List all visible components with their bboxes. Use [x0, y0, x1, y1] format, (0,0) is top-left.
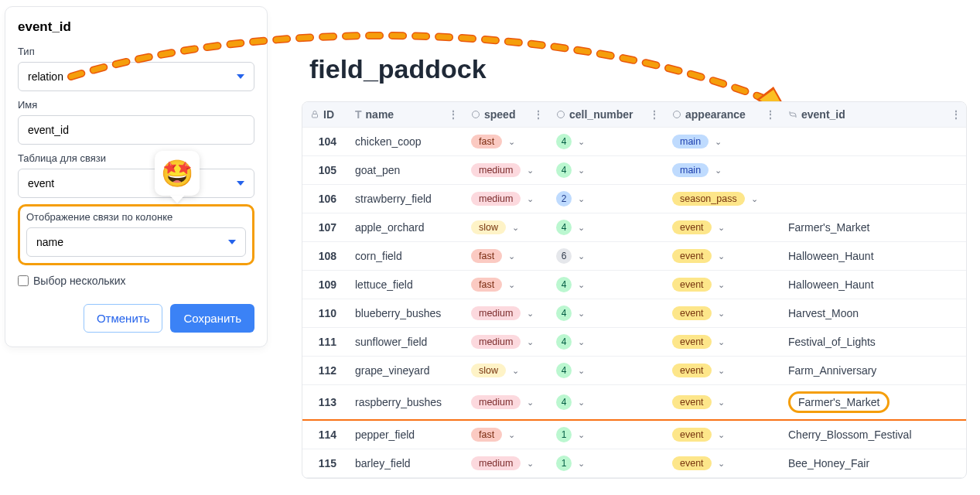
type-select[interactable]: relation: [18, 62, 254, 91]
appearance-cell[interactable]: event⌄: [664, 357, 780, 385]
chevron-down-icon[interactable]: ⌄: [718, 309, 725, 319]
chevron-down-icon[interactable]: ⌄: [527, 459, 534, 469]
name-cell[interactable]: pepper_field: [347, 420, 463, 449]
event-id-cell[interactable]: Halloween_Haunt: [780, 271, 966, 299]
col-menu-icon[interactable]: ⋮: [533, 108, 544, 121]
event-id-cell[interactable]: [780, 128, 966, 156]
name-cell[interactable]: strawberry_field: [347, 185, 463, 213]
appearance-cell[interactable]: event⌄: [664, 449, 780, 478]
chevron-down-icon[interactable]: ⌄: [578, 309, 585, 319]
cell-number-cell[interactable]: 4⌄: [548, 299, 664, 328]
chevron-down-icon[interactable]: ⌄: [751, 194, 758, 204]
cell-number-cell[interactable]: 4⌄: [548, 156, 664, 185]
multi-select-checkbox[interactable]: [18, 275, 29, 286]
speed-cell[interactable]: medium⌄: [463, 385, 548, 421]
col-header-event-id[interactable]: event_id ⋮: [780, 102, 966, 128]
chevron-down-icon[interactable]: ⌄: [578, 166, 585, 176]
chevron-down-icon[interactable]: ⌄: [718, 280, 725, 290]
chevron-down-icon[interactable]: ⌄: [715, 137, 722, 147]
speed-cell[interactable]: fast⌄: [463, 420, 548, 449]
cell-number-cell[interactable]: 1⌄: [548, 449, 664, 478]
chevron-down-icon[interactable]: ⌄: [578, 280, 585, 290]
chevron-down-icon[interactable]: ⌄: [578, 366, 585, 376]
cancel-button[interactable]: Отменить: [84, 304, 163, 333]
event-id-cell[interactable]: Cherry_Blossom_Festival: [780, 420, 966, 449]
name-cell[interactable]: apple_orchard: [347, 213, 463, 242]
speed-cell[interactable]: fast⌄: [463, 271, 548, 299]
cell-number-cell[interactable]: 4⌄: [548, 213, 664, 242]
appearance-cell[interactable]: event⌄: [664, 213, 780, 242]
table-row[interactable]: 114pepper_fieldfast⌄1⌄event⌄Cherry_Bloss…: [302, 420, 966, 449]
chevron-down-icon[interactable]: ⌄: [578, 337, 585, 347]
cell-number-cell[interactable]: 1⌄: [548, 420, 664, 449]
chevron-down-icon[interactable]: ⌄: [512, 366, 519, 376]
chevron-down-icon[interactable]: ⌄: [508, 280, 515, 290]
chevron-down-icon[interactable]: ⌄: [718, 251, 725, 261]
table-row[interactable]: 113raspberry_bushesmedium⌄4⌄event⌄Farmer…: [302, 385, 966, 421]
chevron-down-icon[interactable]: ⌄: [578, 223, 585, 233]
event-id-cell[interactable]: Festival_of_Lights: [780, 328, 966, 357]
name-cell[interactable]: corn_field: [347, 242, 463, 271]
chevron-down-icon[interactable]: ⌄: [508, 430, 515, 440]
chevron-down-icon[interactable]: ⌄: [578, 137, 585, 147]
event-id-cell[interactable]: Farmer's_Market: [780, 385, 966, 421]
appearance-cell[interactable]: main⌄: [664, 156, 780, 185]
appearance-cell[interactable]: season_pass⌄: [664, 185, 780, 213]
cell-number-cell[interactable]: 4⌄: [548, 128, 664, 156]
name-cell[interactable]: goat_pen: [347, 156, 463, 185]
event-id-cell[interactable]: [780, 185, 966, 213]
table-row[interactable]: 115barley_fieldmedium⌄1⌄event⌄Bee_Honey_…: [302, 449, 966, 478]
multi-select-row[interactable]: Выбор нескольких: [18, 275, 254, 287]
table-row[interactable]: 107apple_orchardslow⌄4⌄event⌄Farmer's_Ma…: [302, 213, 966, 242]
chevron-down-icon[interactable]: ⌄: [718, 398, 725, 408]
chevron-down-icon[interactable]: ⌄: [508, 137, 515, 147]
chevron-down-icon[interactable]: ⌄: [718, 459, 725, 469]
name-cell[interactable]: raspberry_bushes: [347, 385, 463, 421]
save-button[interactable]: Сохранить: [170, 304, 254, 333]
chevron-down-icon[interactable]: ⌄: [578, 398, 585, 408]
chevron-down-icon[interactable]: ⌄: [578, 251, 585, 261]
speed-cell[interactable]: slow⌄: [463, 213, 548, 242]
name-cell[interactable]: sunflower_field: [347, 328, 463, 357]
cell-number-cell[interactable]: 2⌄: [548, 185, 664, 213]
speed-cell[interactable]: medium⌄: [463, 156, 548, 185]
table-row[interactable]: 104chicken_coopfast⌄4⌄main⌄: [302, 128, 966, 156]
col-menu-icon[interactable]: ⋮: [448, 108, 459, 121]
chevron-down-icon[interactable]: ⌄: [527, 166, 534, 176]
event-id-cell[interactable]: Harvest_Moon: [780, 299, 966, 328]
event-id-cell[interactable]: [780, 156, 966, 185]
table-row[interactable]: 111sunflower_fieldmedium⌄4⌄event⌄Festiva…: [302, 328, 966, 357]
table-row[interactable]: 112grape_vineyardslow⌄4⌄event⌄Farm_Anniv…: [302, 357, 966, 385]
speed-cell[interactable]: medium⌄: [463, 185, 548, 213]
chevron-down-icon[interactable]: ⌄: [578, 430, 585, 440]
speed-cell[interactable]: medium⌄: [463, 299, 548, 328]
table-row[interactable]: 106strawberry_fieldmedium⌄2⌄season_pass⌄: [302, 185, 966, 213]
chevron-down-icon[interactable]: ⌄: [578, 459, 585, 469]
name-cell[interactable]: barley_field: [347, 449, 463, 478]
chevron-down-icon[interactable]: ⌄: [527, 398, 534, 408]
appearance-cell[interactable]: event⌄: [664, 242, 780, 271]
speed-cell[interactable]: medium⌄: [463, 449, 548, 478]
speed-cell[interactable]: fast⌄: [463, 128, 548, 156]
name-cell[interactable]: blueberry_bushes: [347, 299, 463, 328]
appearance-cell[interactable]: event⌄: [664, 420, 780, 449]
col-menu-icon[interactable]: ⋮: [951, 108, 961, 121]
chevron-down-icon[interactable]: ⌄: [527, 309, 534, 319]
relation-table-select[interactable]: event: [18, 169, 254, 198]
table-row[interactable]: 108corn_fieldfast⌄6⌄event⌄Halloween_Haun…: [302, 242, 966, 271]
col-menu-icon[interactable]: ⋮: [765, 108, 776, 121]
name-cell[interactable]: chicken_coop: [347, 128, 463, 156]
name-input[interactable]: event_id: [18, 115, 254, 145]
col-header-speed[interactable]: speed ⋮: [463, 102, 548, 128]
chevron-down-icon[interactable]: ⌄: [718, 430, 725, 440]
appearance-cell[interactable]: main⌄: [664, 128, 780, 156]
chevron-down-icon[interactable]: ⌄: [718, 337, 725, 347]
chevron-down-icon[interactable]: ⌄: [527, 337, 534, 347]
chevron-down-icon[interactable]: ⌄: [718, 366, 725, 376]
col-header-cell-number[interactable]: cell_number ⋮: [548, 102, 664, 128]
appearance-cell[interactable]: event⌄: [664, 328, 780, 357]
col-header-id[interactable]: ID: [302, 102, 347, 128]
cell-number-cell[interactable]: 4⌄: [548, 385, 664, 421]
col-header-name[interactable]: T name ⋮: [347, 102, 463, 128]
chevron-down-icon[interactable]: ⌄: [527, 194, 534, 204]
